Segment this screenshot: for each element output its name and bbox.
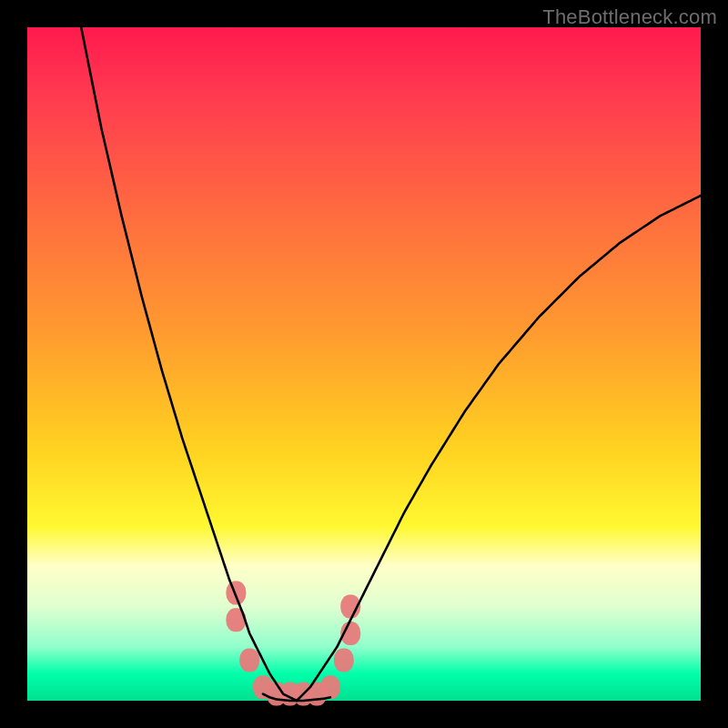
marker-marker-cluster-9 — [334, 649, 354, 672]
marker-marker-cluster-2 — [239, 649, 259, 672]
marker-marker-cluster-8 — [320, 675, 340, 699]
line-layer — [81, 27, 701, 701]
chart-plot-area — [27, 27, 701, 701]
chart-stage: TheBottleneck.com — [0, 0, 728, 728]
marker-marker-cluster-0 — [226, 581, 246, 605]
series-left-curve — [81, 27, 297, 701]
watermark-text: TheBottleneck.com — [542, 5, 717, 29]
marker-layer — [226, 581, 360, 706]
chart-svg-overlay — [27, 27, 701, 701]
